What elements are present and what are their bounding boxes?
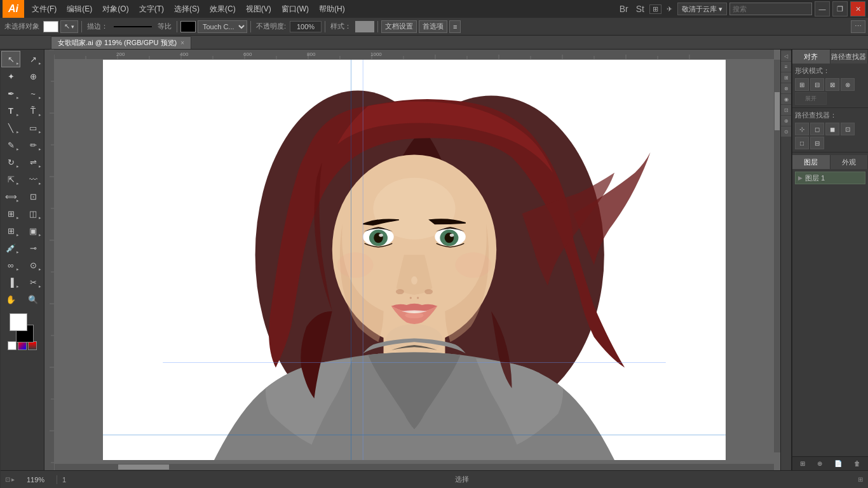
h-scrollbar-thumb[interactable] [118, 464, 169, 470]
unite-btn[interactable]: ⊞ [795, 78, 809, 91]
column-graph-btn[interactable]: ▐ ▸ [1, 274, 20, 290]
intersect-btn[interactable]: ⊠ [825, 78, 839, 91]
fill-color-box[interactable] [43, 21, 58, 32]
blend-btn[interactable]: ∞ ▸ [1, 257, 20, 273]
none-color-btn[interactable] [28, 341, 37, 350]
collapse-panel-btn[interactable]: ◁ [781, 51, 791, 61]
default-colors-btn[interactable] [8, 341, 17, 350]
outline-btn[interactable]: □ [795, 137, 809, 149]
menu-object[interactable]: 对象(O) [97, 0, 133, 18]
panel-toggle-2[interactable]: ⊞ [781, 72, 791, 83]
direct-selection-tool-btn[interactable]: ↗ ▸ [24, 51, 43, 67]
delete-layer-btn[interactable]: 🗑 [854, 460, 860, 467]
preferences-extra-btn[interactable]: ≡ [449, 20, 461, 33]
crop-btn[interactable]: ⊡ [841, 123, 855, 135]
line-tool-btn[interactable]: ╲ ▸ [1, 119, 20, 136]
hand-icon: ✋ [6, 295, 16, 304]
pen-tool-btn[interactable]: ✒ ▸ [1, 85, 20, 102]
minimize-btn[interactable]: — [815, 1, 830, 17]
scrollbar-thumb[interactable] [775, 92, 780, 130]
panel-toggle-7[interactable]: ⊙ [781, 126, 791, 137]
expand-btn[interactable]: 展开 [795, 92, 827, 105]
horizontal-scrollbar[interactable] [55, 464, 774, 470]
zoom-tool-btn[interactable]: 🔍 [24, 291, 43, 308]
panel-toggle-4[interactable]: ◉ [781, 94, 791, 104]
width-tool-btn[interactable]: ⟺ ▸ [1, 188, 20, 205]
new-layer-btn[interactable]: 📄 [834, 460, 842, 467]
vertical-scrollbar[interactable] [774, 60, 780, 452]
blob-brush-btn[interactable]: ✏ ▸ [24, 137, 43, 153]
minus-back-btn[interactable]: ⊟ [810, 137, 824, 149]
touch-type-btn[interactable]: T̃ ▸ [24, 102, 43, 119]
gradient-btn[interactable]: ▣ ▸ [24, 222, 43, 239]
slice-btn[interactable]: ✂ ▸ [24, 274, 43, 290]
menu-effect[interactable]: 效果(C) [205, 0, 241, 18]
align-tab[interactable]: 对齐 [792, 50, 831, 64]
brush-select[interactable]: Touch C... [198, 20, 247, 33]
mesh-btn[interactable]: ⊞ ▸ [1, 222, 20, 239]
lasso-btn[interactable]: ⊕ [24, 68, 43, 85]
panel-toggle-1[interactable]: ≡ [781, 62, 791, 72]
foreground-color[interactable] [10, 313, 27, 331]
pathfinder-tab[interactable]: 路径查找器 [831, 50, 869, 64]
symbol-spray-btn[interactable]: ⊙ ▸ [24, 257, 43, 273]
measure-btn[interactable]: ⊸ [24, 240, 43, 256]
menu-select[interactable]: 选择(S) [169, 0, 205, 18]
panel-options-btn[interactable]: ⋯ [851, 20, 865, 33]
menu-view[interactable]: 视图(V) [241, 0, 276, 18]
layers-tab[interactable]: 图层 [792, 155, 831, 169]
document-setup-btn[interactable]: 文档设置 [381, 20, 417, 33]
stroke-color-box[interactable] [180, 21, 196, 32]
swap-colors-btn[interactable] [18, 341, 27, 350]
hand-tool-btn[interactable]: ✋ [1, 291, 20, 308]
merge-btn[interactable]: ◼ [825, 123, 839, 135]
exclude-btn[interactable]: ⊗ [841, 78, 855, 91]
rotate-btn[interactable]: ↻ ▸ [1, 154, 20, 170]
reflect-btn[interactable]: ⇌ ▸ [24, 154, 43, 170]
stock-btn[interactable]: St [634, 4, 647, 14]
opacity-input[interactable] [290, 21, 322, 32]
paintbrush-btn[interactable]: ✎ ▸ [1, 137, 20, 153]
panel-toggle-3[interactable]: ⊗ [781, 83, 791, 93]
trim-btn[interactable]: ◻ [810, 123, 824, 135]
zoom-display[interactable]: 119% [20, 476, 51, 484]
minus-front-btn[interactable]: ⊟ [810, 78, 824, 91]
free-transform-btn[interactable]: ⊡ [24, 188, 43, 205]
preferences-btn[interactable]: 首选项 [419, 20, 447, 33]
menu-window[interactable]: 窗口(W) [276, 0, 314, 18]
magic-wand-btn[interactable]: ✦ [1, 68, 20, 85]
search-input[interactable] [729, 3, 812, 15]
scale-btn[interactable]: ⇱ ▸ [1, 171, 20, 187]
panel-toggle-5[interactable]: ⊡ [781, 105, 791, 115]
appearance-tab[interactable]: 外观 [831, 155, 869, 169]
warp-btn[interactable]: 〰 ▸ [24, 171, 43, 187]
panel-toggle-6[interactable]: ⊕ [781, 116, 791, 126]
gpu-preview-icon[interactable]: ⊞ [858, 476, 863, 483]
cloud-button[interactable]: 敬清于云库 ▾ [677, 3, 727, 15]
menu-edit[interactable]: 编辑(E) [62, 0, 97, 18]
rect-tool-btn[interactable]: ▭ ▸ [24, 119, 43, 136]
menu-type[interactable]: 文字(T) [134, 0, 169, 18]
new-sublayer-btn[interactable]: ⊕ [817, 460, 822, 467]
arrange-btn[interactable]: ✈ [664, 5, 675, 13]
menu-file[interactable]: 文件(F) [27, 0, 62, 18]
perspective-btn[interactable]: ◫ ▸ [24, 205, 43, 222]
selection-tool-btn[interactable]: ↖ ▸ [1, 51, 20, 67]
workspace-btn[interactable]: ⊞ [649, 4, 661, 14]
style-preview[interactable] [355, 21, 374, 32]
restore-btn[interactable]: ❐ [832, 1, 848, 17]
make-clipping-mask-btn[interactable]: ⊞ [800, 460, 805, 467]
document-tab[interactable]: 女歌唱家.ai @ 119% (RGB/GPU 预览) × [51, 36, 191, 49]
tab-close-btn[interactable]: × [180, 39, 184, 46]
type-tool-btn[interactable]: T ▸ [1, 102, 20, 119]
canvas-scroll-area[interactable] [55, 60, 774, 470]
close-btn[interactable]: ✕ [850, 1, 865, 17]
shape-builder-btn[interactable]: ⊞ ▸ [1, 205, 20, 222]
layer-item[interactable]: ▶ 图层 1 [795, 172, 865, 184]
selection-mode-btn[interactable]: ↖ ▾ [60, 20, 78, 33]
curvature-btn[interactable]: ~ ▸ [24, 85, 43, 102]
bridge-btn[interactable]: Br [617, 4, 631, 14]
divide-btn[interactable]: ⊹ [795, 123, 809, 135]
eyedropper-btn[interactable]: 💉 ▸ [1, 240, 20, 256]
menu-help[interactable]: 帮助(H) [314, 0, 350, 18]
